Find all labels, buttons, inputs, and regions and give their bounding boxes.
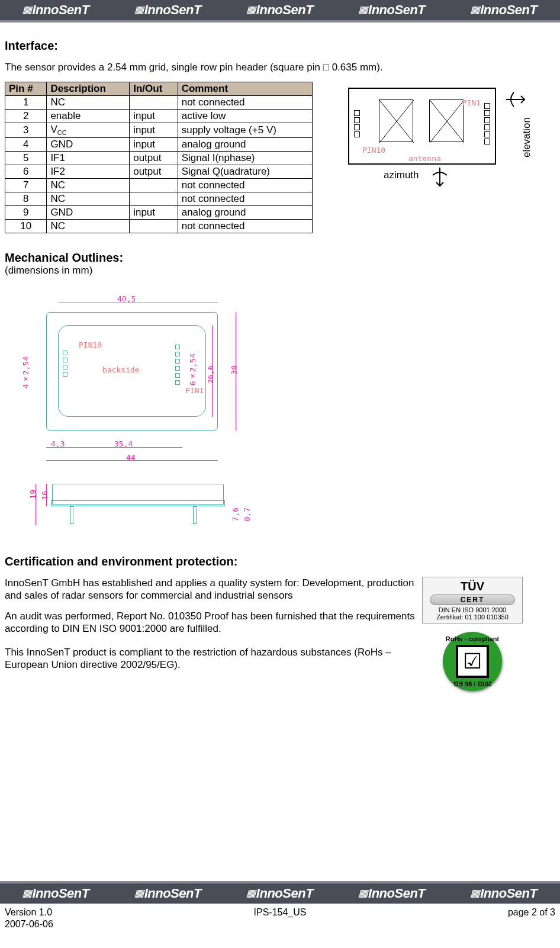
mechanical-subtitle: (dimensions in mm) <box>5 265 555 277</box>
table-row: 3VCCinputsupply voltage (+5 V) <box>5 123 313 137</box>
table-row: 6IF2outputSignal Q(uadrature) <box>5 165 313 178</box>
header-banner: ///////InnoSenT ///////InnoSenT ///////I… <box>0 0 560 23</box>
footer-version: Version 1.0 <box>5 907 52 918</box>
brand-logo: ///////InnoSenT <box>471 886 537 901</box>
brand-logo: ///////InnoSenT <box>247 2 313 18</box>
mechanical-drawing: PIN10 PIN1 backside 40,5 4,3 35,4 44 30 … <box>11 288 247 537</box>
brand-logo: ///////InnoSenT <box>135 2 201 18</box>
brand-logo: ///////InnoSenT <box>471 2 537 18</box>
cert-paragraph-3: This InnoSenT product is compliant to th… <box>5 646 419 671</box>
table-row: 1NCnot connected <box>5 96 313 110</box>
rohs-badge: RoHs - compliant ☑ 2002 / 95 EG <box>443 632 502 691</box>
tuv-badge: TÜV CERT DIN EN ISO 9001:2000 Zertifikat… <box>422 577 523 624</box>
interface-intro: The sensor provides a 2.54 mm grid, sing… <box>5 61 555 73</box>
label-pin1: PIN1 <box>462 98 481 107</box>
dim-height-inner: 26,6 <box>206 365 215 384</box>
dim-pitch-6: 6×2,54 <box>188 354 197 385</box>
table-row: 10NCnot connected <box>5 219 313 233</box>
checkmark-icon: ☑ <box>456 645 489 678</box>
dim-pitch-4: 4×2,54 <box>21 356 30 388</box>
brand-logo: ///////InnoSenT <box>22 886 89 901</box>
brand-logo: ///////InnoSenT <box>359 2 425 18</box>
cert-paragraph-2: An audit was performed, Report No. 01035… <box>5 610 419 635</box>
brand-logo: ///////InnoSenT <box>247 886 313 901</box>
section-title-interface: Interface: <box>5 39 555 53</box>
label-pin10: PIN10 <box>362 146 385 155</box>
cert-paragraph-1: InnoSenT GmbH has established and applie… <box>5 577 419 602</box>
footer-meta: Version 1.0 IPS-154_US page 2 of 3 <box>0 904 560 918</box>
footer-date: 2007-06-06 <box>0 918 560 936</box>
azimuth-arrow-icon <box>428 165 452 188</box>
label-antenna: antenna <box>408 154 441 163</box>
th-pin: Pin # <box>5 82 47 96</box>
pin-table: Pin # Description In/Out Comment 1NCnot … <box>5 82 313 233</box>
table-row: 2enableinputactive low <box>5 110 313 123</box>
label-elevation: elevation <box>521 117 533 158</box>
label-backside: backside <box>102 365 140 374</box>
elevation-arrow-icon <box>503 88 527 111</box>
dim-height-full: 30 <box>230 365 239 375</box>
table-row: 9GNDinputanalog ground <box>5 205 313 219</box>
th-comment: Comment <box>178 82 312 96</box>
table-row: 4GNDinputanalog ground <box>5 137 313 151</box>
brand-logo: ///////InnoSenT <box>135 886 201 901</box>
section-title-mechanical: Mechanical Outlines: <box>5 251 555 265</box>
label-pin1: PIN1 <box>185 386 204 395</box>
section-title-certification: Certification and environment protection… <box>5 555 555 568</box>
dim-side-h2: 16 <box>40 491 49 500</box>
table-row: 5IF1outputSignal I(nphase) <box>5 151 313 165</box>
label-azimuth: azimuth <box>384 169 419 181</box>
dim-width-inner: 40,5 <box>117 294 136 303</box>
antenna-diagram: PIN1 PIN10 antenna azimuth elevation <box>348 82 538 194</box>
footer-doc: IPS-154_US <box>254 907 307 918</box>
footer-page: page 2 of 3 <box>508 907 555 918</box>
brand-logo: ///////InnoSenT <box>22 2 89 18</box>
dim-side-p1: 7,6 <box>231 507 240 521</box>
th-desc: Description <box>47 82 130 96</box>
brand-logo: ///////InnoSenT <box>359 886 425 901</box>
table-row: 8NCnot connected <box>5 192 313 205</box>
table-row: 7NCnot connected <box>5 178 313 192</box>
label-pin10: PIN10 <box>79 340 102 349</box>
th-io: In/Out <box>130 82 178 96</box>
dim-side-p2: 0,7 <box>243 507 252 521</box>
footer-banner: ///////InnoSenT ///////InnoSenT ///////I… <box>0 881 560 904</box>
